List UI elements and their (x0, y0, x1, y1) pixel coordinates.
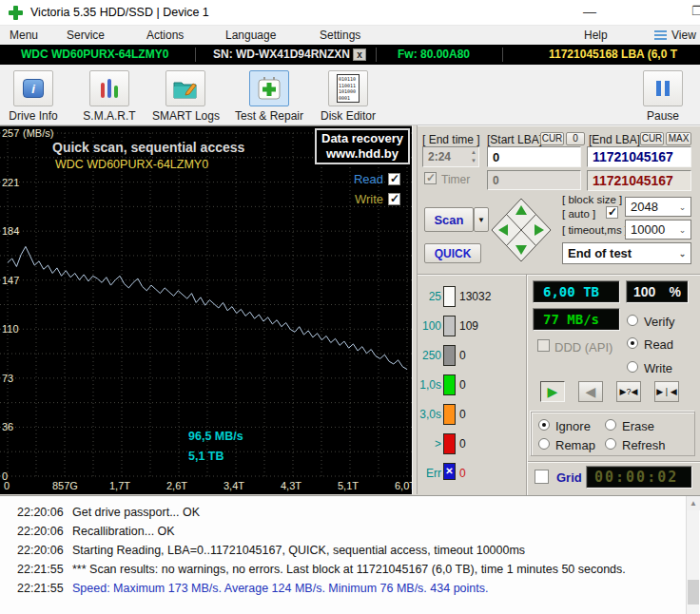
speed-chart[interactable]: 257(MB/s)221184147110733600857G1,7T2,6T3… (0, 126, 412, 494)
graph-model-label: WDC WD60PURX-64LZMY0 (55, 158, 208, 171)
timer-checkbox[interactable] (424, 172, 437, 184)
scan-button[interactable]: Scan (424, 207, 474, 232)
end-time-spinner[interactable]: 2:24 ▲▼ (422, 146, 479, 167)
menu-item-menu[interactable]: Menu (6, 28, 42, 43)
svg-text:3,4T: 3,4T (224, 480, 244, 491)
timeout-select[interactable]: 10000⌄ (625, 220, 691, 240)
menu-item-settings[interactable]: Settings (316, 28, 364, 43)
seek-question-icon: ▶?◀ (620, 387, 638, 396)
capacity-lcd: 6,00 TB (533, 280, 620, 303)
stat-threshold-label: Err (418, 467, 441, 480)
end-lba-readout: 11721045167 (587, 170, 691, 191)
log-scrollbar[interactable]: ▲ (686, 496, 699, 614)
binary-document-icon: 0101101100111010000001 (328, 70, 368, 106)
log-timestamp: 22:20:06 (17, 522, 64, 541)
svg-text:5,1 TB: 5,1 TB (188, 450, 224, 463)
svg-text:0: 0 (4, 480, 10, 491)
device-serial: SN: WD-WX41D94RNZXN (213, 45, 350, 65)
ddd-api-checkbox[interactable] (537, 339, 550, 352)
erase-label: Erase (622, 419, 654, 433)
menu-bar: Menu Service Actions Language Settings H… (0, 26, 700, 45)
write-checkbox[interactable] (388, 193, 400, 205)
stat-count: 0 (459, 467, 466, 480)
test-repair-button[interactable]: Test & Repair (232, 70, 306, 123)
pause-button[interactable]: Pause (635, 70, 690, 123)
svg-text:2,6T: 2,6T (166, 480, 187, 491)
spinner-arrows-icon[interactable]: ▲▼ (471, 148, 476, 165)
svg-text:147: 147 (2, 275, 19, 286)
remap-label: Remap (555, 438, 595, 452)
menu-item-view[interactable]: View (668, 28, 700, 43)
end-lba-max-button[interactable]: MAX (666, 132, 691, 145)
remap-radio[interactable] (538, 438, 550, 450)
scroll-up-icon[interactable]: ▲ (687, 496, 700, 510)
start-scan-button[interactable]: ▶ (540, 381, 565, 402)
refresh-radio[interactable] (605, 438, 616, 450)
drive-info-button[interactable]: i Drive Info (6, 70, 61, 123)
back-icon: ◀ (586, 384, 596, 399)
menu-item-help[interactable]: Help (580, 28, 612, 43)
grid-label: Grid (556, 470, 582, 485)
auto-label: [ auto ] (562, 208, 595, 220)
minimize-icon[interactable]: — (583, 4, 596, 19)
view-menu-icon[interactable] (654, 30, 667, 41)
quick-button[interactable]: QUICK (424, 243, 481, 263)
park-button[interactable]: ▶❘◀ (654, 381, 679, 402)
grid-checkbox[interactable] (535, 470, 549, 484)
speed-lcd: 77 MB/s (533, 308, 620, 331)
stat-threshold-label: > (418, 437, 441, 451)
log-entry: 22:20:06Recallibration... OK (0, 522, 675, 541)
stat-color-box (443, 316, 456, 336)
first-aid-cross-icon (249, 70, 289, 106)
smart-logs-button[interactable]: SMART Logs (152, 70, 219, 123)
stat-count: 0 (459, 349, 466, 362)
stat-count: 0 (459, 378, 466, 392)
log-timestamp: 22:21:55 (17, 579, 64, 598)
end-of-test-select[interactable]: End of test⌄ (562, 242, 691, 264)
read-checkbox[interactable] (388, 173, 400, 185)
menu-item-service[interactable]: Service (63, 28, 108, 43)
toolbar: i Drive Info S.M.A.R.T SMART Logs Test &… (0, 65, 700, 125)
svg-text:6,0T: 6,0T (395, 480, 412, 491)
device-firmware: Fw: 80.00A80 (398, 45, 470, 65)
back-button[interactable]: ◀ (578, 381, 603, 402)
auto-checkbox[interactable] (606, 206, 618, 219)
start-lba-input[interactable]: 0 (487, 146, 581, 167)
scan-dropdown-button[interactable]: ▼ (474, 207, 489, 232)
seek-test-button[interactable]: ▶?◀ (616, 381, 641, 402)
watermark-line1: Data recovery (321, 131, 403, 145)
log-entry: 22:21:55Speed: Maximum 173 MB/s. Average… (0, 579, 675, 598)
start-lba-cur-button[interactable]: CUR (540, 132, 564, 145)
refresh-label: Refresh (622, 438, 666, 452)
end-lba-input[interactable]: 11721045167 (587, 146, 691, 167)
stat-threshold-label: 25 (418, 290, 441, 303)
scrollbar-thumb[interactable] (688, 580, 699, 604)
read-radio[interactable] (627, 337, 638, 349)
smart-button[interactable]: S.M.A.R.T (80, 70, 139, 123)
section-divider (528, 461, 700, 463)
end-lba-label: [End LBA] (589, 133, 640, 146)
stat-threshold-label: 250 (418, 349, 441, 362)
block-size-label: [ block size ] (562, 194, 622, 205)
start-lba-zero-button[interactable]: 0 (566, 132, 585, 145)
park-icon: ▶❘◀ (656, 387, 676, 396)
menu-item-actions[interactable]: Actions (143, 28, 187, 43)
direction-pad[interactable] (490, 197, 553, 263)
device-model[interactable]: WDC WD60PURX-64LZMY0 (21, 45, 168, 65)
verify-radio[interactable] (627, 315, 638, 326)
menu-item-language[interactable]: Language (222, 28, 280, 43)
start-lba-label: [Start LBA] (487, 133, 542, 146)
timer-value-input[interactable]: 0 (487, 170, 581, 190)
write-radio[interactable] (627, 361, 638, 373)
log-panel: 22:20:06Get drive passport... OK22:20:06… (0, 495, 700, 614)
pause-icon (643, 70, 683, 106)
disk-editor-button[interactable]: 0101101100111010000001 Disk Editor (318, 70, 379, 123)
ignore-radio[interactable] (538, 419, 550, 431)
device-close-button[interactable]: x (353, 48, 366, 61)
end-lba-cur-button[interactable]: CUR (640, 132, 664, 145)
read-label: Read (644, 337, 673, 352)
erase-radio[interactable] (605, 419, 616, 431)
svg-text:257: 257 (2, 127, 19, 139)
block-size-select[interactable]: 2048⌄ (625, 197, 691, 217)
maximize-icon[interactable]: ❐ (691, 4, 700, 18)
